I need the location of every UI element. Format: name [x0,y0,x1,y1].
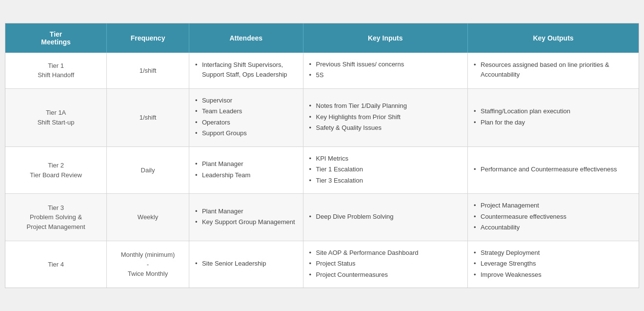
key-inputs: KPI MetricsTier 1 EscalationTier 3 Escal… [303,146,467,194]
attendee-item: Plant Manager [195,159,297,169]
tier-name: Tier 1A Shift Start-up [5,88,107,146]
input-item: KPI Metrics [309,154,462,164]
attendee-item: Operators [195,118,297,127]
attendees: Plant ManagerKey Support Group Managemen… [189,194,303,241]
tier-name: Tier 1 Shift Handoff [5,53,107,89]
attendee-item: Site Senior Leadership [195,259,297,269]
attendees: SupervisorTeam LeadersOperatorsSupport G… [189,88,303,146]
table-row: Tier 4Monthly (minimum) - Twice MonthlyS… [5,241,639,288]
frequency: Monthly (minimum) - Twice Monthly [107,241,189,288]
output-item: Plan for the day [474,118,633,127]
table-row: Tier 1 Shift Handoff1/shiftInterfacing S… [5,53,639,89]
input-item: Site AOP & Performance Dashboard [309,248,462,258]
key-outputs: Strategy DeploymentLeverage StrengthsImp… [468,241,639,288]
key-outputs: Resources assigned based on line priorit… [468,53,639,89]
input-item: Tier 1 Escalation [309,165,462,174]
header-tier-meetings: Tier Meetings [5,23,107,53]
key-outputs: Staffing/Location plan executionPlan for… [468,88,639,146]
output-item: Staffing/Location plan execution [474,106,633,116]
tier-name: Tier 3 Problem Solving & Project Managem… [5,194,107,241]
input-item: Project Countermeasures [309,270,462,280]
attendee-item: Interfacing Shift Supervisors, Support S… [195,60,297,79]
attendee-item: Leadership Team [195,170,297,180]
table-row: Tier 3 Problem Solving & Project Managem… [5,194,639,241]
output-item: Countermeasure effectiveness [474,212,633,222]
header-attendees: Attendees [189,23,303,53]
header-frequency: Frequency [107,23,189,53]
key-inputs: Site AOP & Performance DashboardProject … [303,241,467,288]
attendee-item: Team Leaders [195,106,297,116]
output-item: Project Management [474,201,633,210]
key-inputs: Notes from Tier 1/Daily PlanningKey High… [303,88,467,146]
attendees: Plant ManagerLeadership Team [189,146,303,194]
key-outputs: Performance and Countermeasure effective… [468,146,639,194]
table-row: Tier 1A Shift Start-up1/shiftSupervisorT… [5,88,639,146]
key-inputs: Deep Dive Problem Solving [303,194,467,241]
key-inputs: Previous Shift issues/ concerns5S [303,53,467,89]
input-item: 5S [309,70,462,80]
frequency: 1/shift [107,53,189,89]
input-item: Key Highlights from Prior Shift [309,112,462,122]
output-item: Improve Weaknesses [474,270,633,280]
input-item: Deep Dive Problem Solving [309,212,462,222]
table-row: Tier 2 Tier Board ReviewDailyPlant Manag… [5,146,639,194]
output-item: Accountability [474,223,633,232]
tier-name: Tier 2 Tier Board Review [5,146,107,194]
attendee-item: Plant Manager [195,207,297,216]
header-key-outputs: Key Outputs [468,23,639,53]
output-item: Performance and Countermeasure effective… [474,165,633,174]
header-key-inputs: Key Inputs [303,23,467,53]
input-item: Previous Shift issues/ concerns [309,60,462,69]
input-item: Tier 3 Escalation [309,176,462,186]
input-item: Notes from Tier 1/Daily Planning [309,101,462,111]
frequency: 1/shift [107,88,189,146]
input-item: Safety & Quality Issues [309,123,462,133]
attendee-item: Key Support Group Management [195,217,297,227]
tier-name: Tier 4 [5,241,107,288]
attendees: Interfacing Shift Supervisors, Support S… [189,53,303,89]
input-item: Project Status [309,259,462,269]
output-item: Strategy Deployment [474,248,633,258]
attendee-item: Support Groups [195,128,297,138]
key-outputs: Project ManagementCountermeasure effecti… [468,194,639,241]
main-table-wrapper: Tier Meetings Frequency Attendees Key In… [5,23,639,289]
frequency: Daily [107,146,189,194]
output-item: Resources assigned based on line priorit… [474,60,633,79]
frequency: Weekly [107,194,189,241]
output-item: Leverage Strengths [474,259,633,269]
tier-meetings-table: Tier Meetings Frequency Attendees Key In… [5,23,639,288]
attendees: Site Senior Leadership [189,241,303,288]
attendee-item: Supervisor [195,96,297,105]
